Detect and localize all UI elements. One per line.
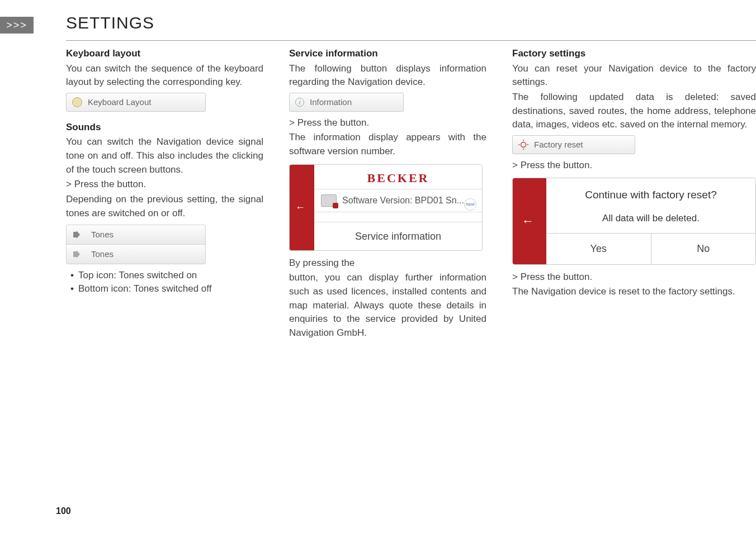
factory-text-3: The Navigation device is reset to the fa… [512, 285, 756, 299]
column-2: Service information The following button… [289, 45, 486, 341]
back-bar[interactable] [290, 165, 314, 250]
column-3: Factory settings You can reset your Navi… [512, 45, 756, 341]
service-information-footer-button[interactable]: Service information [314, 222, 482, 250]
dialog-back-bar[interactable] [513, 178, 546, 264]
sounds-text: You can switch the Navigation device sig… [66, 135, 263, 177]
software-version-text: Software Version: BPD01 Sn... [342, 194, 464, 207]
bullet-tones-off: Bottom icon: Tones switched off [70, 282, 263, 296]
service-text-2: The information display appears with the… [289, 131, 486, 158]
service-text-3b: button, you can display further informat… [289, 271, 486, 340]
header-rule [66, 40, 756, 41]
factory-reset-button[interactable]: Factory reset [512, 135, 635, 154]
tones-buttons: Tones Tones [66, 225, 206, 264]
factory-settings-heading: Factory settings [512, 47, 756, 61]
column-1: Keyboard layout You can switch the seque… [66, 45, 263, 341]
factory-step-1: > Press the button. [512, 159, 756, 173]
bullet-tones-on: Top icon: Tones switched on [70, 269, 263, 283]
page-title: SETTINGS [66, 13, 154, 32]
software-version-row[interactable]: Software Version: BPD01 Sn... here [314, 189, 482, 211]
info-icon: i [295, 98, 304, 107]
sounds-heading: Sounds [66, 121, 263, 135]
service-info-heading: Service information [289, 47, 486, 61]
information-button-label: Information [310, 96, 352, 108]
speaker-on-icon [73, 231, 84, 239]
speaker-off-icon [73, 250, 84, 258]
keyboard-layout-heading: Keyboard layout [66, 47, 263, 61]
factory-text-1: You can reset your Navigation device to … [512, 62, 756, 89]
information-button[interactable]: i Information [289, 93, 404, 112]
service-text-3a: By pressing the [289, 256, 486, 270]
globe-icon [72, 97, 82, 107]
here-badge-icon: here [464, 198, 476, 211]
factory-text-2: The following updated data is deleted: s… [512, 91, 756, 132]
becker-logo: BECKER [314, 165, 482, 189]
svg-point-0 [521, 142, 526, 147]
gear-reset-icon [518, 140, 528, 150]
keyboard-layout-text: You can switch the sequence of the keybo… [66, 62, 263, 89]
dialog-message: All data will be deleted. [546, 206, 755, 234]
factory-reset-dialog: Continue with factory reset? All data wi… [512, 178, 756, 264]
keyboard-layout-button-label: Keyboard Layout [88, 96, 151, 108]
service-spacer [314, 212, 482, 222]
service-info-panel: BECKER Software Version: BPD01 Sn... her… [289, 164, 483, 251]
tones-on-button[interactable]: Tones [67, 225, 205, 244]
maps-icon [321, 194, 337, 207]
keyboard-layout-button[interactable]: Keyboard Layout [66, 93, 206, 112]
factory-step-2: > Press the button. [512, 270, 756, 284]
tones-off-label: Tones [91, 248, 114, 260]
service-info-text: The following button displays informatio… [289, 62, 486, 89]
page-number: 100 [56, 506, 71, 516]
service-step-1: > Press the button. [289, 116, 486, 130]
tones-off-button[interactable]: Tones [67, 244, 205, 264]
factory-reset-button-label: Factory reset [534, 139, 583, 151]
tones-on-label: Tones [91, 229, 114, 241]
yes-button[interactable]: Yes [546, 234, 651, 264]
chevrons-badge: >>> [0, 17, 34, 34]
no-button[interactable]: No [651, 234, 756, 264]
sounds-step: > Press the button. [66, 178, 263, 192]
dialog-question: Continue with factory reset? [546, 178, 755, 206]
sounds-text-2: Depending on the previous setting, the s… [66, 193, 263, 220]
